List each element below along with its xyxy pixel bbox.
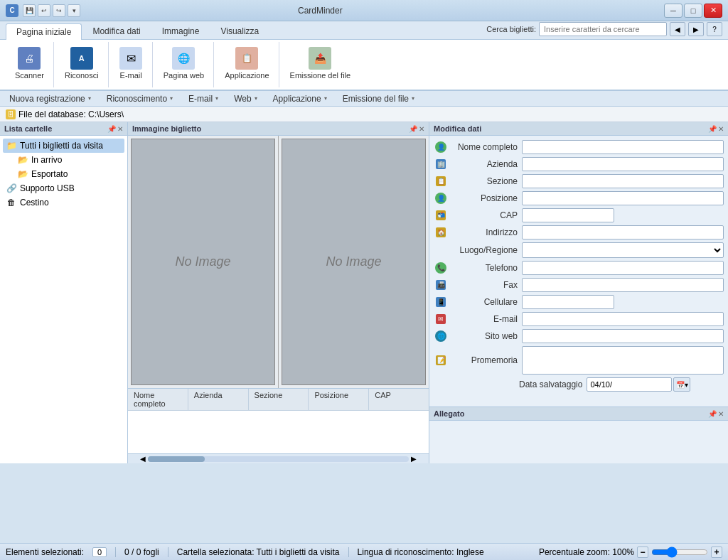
allegato-pin[interactable]: 📌 — [708, 410, 717, 418]
main-content: Lista cartelle 📌 ✕ 📁 Tutti i biglietti d… — [0, 122, 728, 463]
database-bar: 🗄 File del database: C:\Users\ — [0, 107, 728, 122]
quickaccess-undo[interactable]: ↩ — [38, 4, 50, 17]
zoom-out-btn[interactable]: − — [637, 546, 648, 558]
app-icon: C — [6, 4, 18, 17]
no-image-label-1: No Image — [175, 254, 230, 269]
search-btn-next[interactable]: ▶ — [688, 22, 704, 36]
left-panel: Lista cartelle 📌 ✕ 📁 Tutti i biglietti d… — [0, 122, 128, 463]
toolbar-riconoscimento[interactable]: Riconoscimento ▾ — [103, 92, 176, 106]
list-header: Nome completo Azienda Sezione Posizione … — [128, 389, 429, 411]
toolbar-applicazione[interactable]: Applicazione ▾ — [269, 92, 331, 106]
elementi-label: Elementi selezionati: — [6, 547, 84, 557]
riconosci-button[interactable]: A Riconosci — [60, 45, 104, 82]
toolbar-web[interactable]: Web ▾ — [230, 92, 260, 106]
promemoria-textarea[interactable] — [522, 346, 724, 375]
left-panel-pin[interactable]: 📌 — [107, 125, 116, 133]
allegato-header: Allegato 📌 ✕ — [429, 407, 728, 421]
cap-label: CAP — [451, 210, 522, 220]
title-bar: C 💾 ↩ ↪ ▾ CardMinder ─ □ ✕ — [0, 0, 728, 21]
horizontal-scrollbar[interactable]: ◀ ▶ — [128, 453, 429, 463]
toolbar-nuova-reg[interactable]: Nuova registrazione ▾ — [6, 92, 95, 106]
indirizzo-label: Indirizzo — [451, 227, 522, 237]
zoom-slider[interactable] — [651, 546, 708, 558]
fax-input[interactable] — [522, 278, 724, 292]
close-button[interactable]: ✕ — [704, 4, 722, 18]
tree-item-trash[interactable]: 🗑 Cestino — [3, 195, 124, 210]
form-row-posizione: 👤 Posizione — [434, 191, 724, 205]
right-panel-pin[interactable]: 📌 — [708, 125, 717, 133]
maximize-button[interactable]: □ — [684, 4, 702, 18]
luogo-label: Luogo/Regione — [451, 245, 522, 255]
ribbon-group-emissione: 📤 Emissione del file — [281, 42, 360, 87]
emissione-button[interactable]: 📤 Emissione del file — [285, 45, 356, 82]
tab-pagina-iniziale[interactable]: Pagina iniziale — [6, 23, 82, 40]
center-panel-pin[interactable]: 📌 — [409, 125, 417, 133]
left-panel-controls: 📌 ✕ — [107, 125, 123, 133]
scroll-thumb[interactable] — [148, 456, 205, 462]
email-button[interactable]: ✉ E-mail — [114, 45, 147, 82]
email-form-input[interactable] — [522, 312, 724, 326]
col-nome: Nome completo — [128, 389, 188, 410]
toolbar-row: Nuova registrazione ▾ Riconoscimento ▾ E… — [0, 91, 728, 107]
title-bar-title: CardMinder — [298, 6, 343, 16]
cartella-label: Cartella selezionata: Tutti i biglietti … — [177, 547, 340, 557]
tree-children: 📂 In arrivo 📂 Esportato — [3, 153, 124, 181]
search-input[interactable] — [539, 22, 667, 36]
scroll-left-btn[interactable]: ◀ — [138, 455, 148, 463]
cellulare-input[interactable] — [522, 295, 614, 309]
quickaccess-save[interactable]: 💾 — [23, 4, 36, 17]
form-row-promemoria: 📝 Promemoria — [434, 346, 724, 375]
form-row-sezione: 📋 Sezione — [434, 174, 724, 188]
form-row-data: Data salvataggio 📅▾ — [434, 377, 724, 392]
applicazione-button[interactable]: 📋 Applicazione — [220, 45, 274, 82]
sito-label: Sito web — [451, 331, 522, 341]
cap-icon: 📬 — [434, 208, 448, 222]
azienda-input[interactable] — [522, 157, 724, 171]
tree-item-exported[interactable]: 📂 Esportato — [14, 167, 124, 181]
tree-item-inbox[interactable]: 📂 In arrivo — [14, 153, 124, 167]
posizione-label: Posizione — [451, 193, 522, 203]
search-btn-prev[interactable]: ◀ — [670, 22, 685, 36]
center-panel-close[interactable]: ✕ — [419, 125, 424, 133]
scanner-button[interactable]: 🖨 Scanner — [10, 45, 49, 82]
usb-icon: 🔗 — [6, 183, 17, 194]
nome-input[interactable] — [522, 140, 724, 154]
status-divider-1 — [115, 547, 116, 557]
folder-exported-icon: 📂 — [17, 168, 28, 180]
status-divider-2 — [168, 547, 168, 557]
scroll-right-btn[interactable]: ▶ — [409, 455, 419, 463]
allegato-close[interactable]: ✕ — [718, 410, 724, 418]
left-panel-header: Lista cartelle 📌 ✕ — [0, 122, 127, 136]
tab-visualizza[interactable]: Visualizza — [210, 23, 269, 39]
posizione-input[interactable] — [522, 191, 724, 205]
tree-item-usb[interactable]: 🔗 Supporto USB — [3, 181, 124, 195]
search-btn-help[interactable]: ? — [707, 22, 722, 36]
telefono-label: Telefono — [451, 263, 522, 273]
data-input[interactable] — [587, 377, 672, 392]
luogo-select[interactable] — [522, 242, 724, 258]
scanner-icon: 🖨 — [18, 47, 41, 70]
minimize-button[interactable]: ─ — [664, 4, 682, 18]
emissione-label: Emissione del file — [290, 71, 351, 80]
form-row-email: ✉ E-mail — [434, 312, 724, 326]
zoom-in-btn[interactable]: + — [711, 546, 722, 558]
cap-input[interactable] — [522, 208, 614, 222]
tree-item-all[interactable]: 📁 Tutti i biglietti da visita — [3, 139, 124, 153]
toolbar-emissione[interactable]: Emissione del file ▾ — [339, 92, 418, 106]
web-button[interactable]: 🌐 Pagina web — [159, 45, 210, 82]
sito-input[interactable] — [522, 329, 724, 343]
telefono-input[interactable] — [522, 261, 724, 275]
toolbar-email[interactable]: E-mail ▾ — [185, 92, 222, 106]
tab-modifica-dati[interactable]: Modifica dati — [82, 23, 151, 39]
form-row-telefono: 📞 Telefono — [434, 261, 724, 275]
indirizzo-input[interactable] — [522, 225, 724, 239]
sezione-input[interactable] — [522, 174, 724, 188]
date-picker-btn[interactable]: 📅▾ — [673, 377, 690, 392]
tab-immagine[interactable]: Immagine — [151, 23, 210, 39]
quickaccess-redo[interactable]: ↪ — [53, 4, 65, 17]
right-panel-close[interactable]: ✕ — [718, 125, 724, 133]
ribbon-content: 🖨 Scanner A Riconosci ✉ E-mail 🌐 Pagina … — [0, 40, 728, 91]
quickaccess-more[interactable]: ▾ — [68, 4, 80, 17]
ribbon-group-riconosci: A Riconosci — [55, 42, 109, 87]
left-panel-close[interactable]: ✕ — [117, 125, 123, 133]
